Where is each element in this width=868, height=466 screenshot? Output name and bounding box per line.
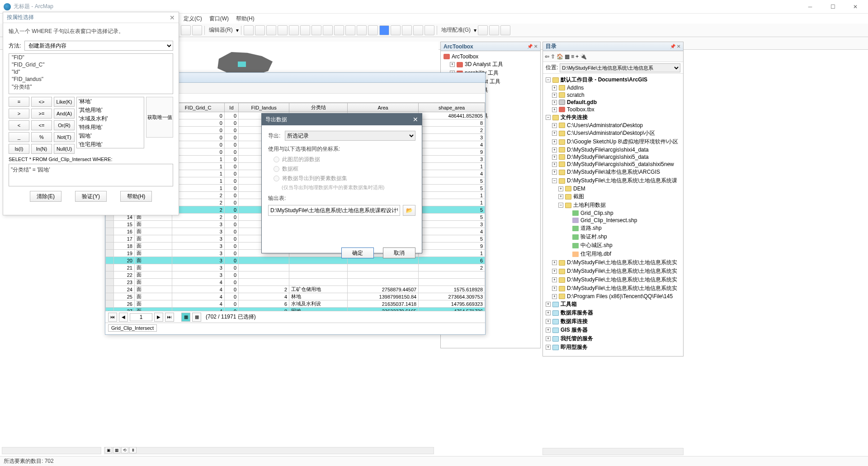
statusbar: 所选要素的数目: 702 xyxy=(0,456,868,466)
op-eq[interactable]: = xyxy=(9,97,29,107)
tool-button[interactable] xyxy=(244,25,254,35)
browse-button[interactable]: 📂 xyxy=(403,205,415,216)
minimize-button[interactable]: ─ xyxy=(801,1,819,12)
method-label: 方法: xyxy=(9,42,21,50)
cat-back[interactable]: ⇦ xyxy=(545,53,549,60)
values-listbox[interactable]: '林地''其他用地''水域及水利''特殊用地''园地''住宅用地' xyxy=(76,97,144,148)
view-pause[interactable]: ⏸ xyxy=(129,447,137,453)
close-icon[interactable]: ✕ xyxy=(170,14,175,21)
tool-button[interactable] xyxy=(266,25,276,35)
tool-button[interactable] xyxy=(379,25,389,35)
radio-frame xyxy=(274,166,279,172)
nav-first[interactable]: ⏮ xyxy=(108,313,117,322)
output-path-input[interactable] xyxy=(268,205,400,216)
cat-home[interactable]: 🏠 xyxy=(557,53,563,60)
nav-next[interactable]: ▶ xyxy=(154,313,163,322)
tool-button[interactable] xyxy=(192,25,202,35)
dialog-title: 按属性选择 xyxy=(7,14,34,21)
nav-sel[interactable]: ▦ xyxy=(192,313,201,322)
close-button[interactable]: ✕ xyxy=(846,1,864,12)
op-like[interactable]: Like(K) xyxy=(54,97,75,107)
nav-prev[interactable]: ◀ xyxy=(119,313,128,322)
cancel-button[interactable]: 取消 xyxy=(383,247,415,258)
op-ne[interactable]: <> xyxy=(31,97,52,107)
scrollbar[interactable] xyxy=(104,447,434,454)
method-select[interactable]: 创建新选择内容 xyxy=(24,41,173,51)
cat-tool[interactable]: ≡ xyxy=(571,53,574,60)
location-label: 位置: xyxy=(546,64,558,71)
scrollbar[interactable] xyxy=(2,447,101,454)
view-refresh[interactable]: ⟲ xyxy=(121,447,128,453)
verify-button[interactable]: 验证(Y) xyxy=(75,191,107,202)
tool-button[interactable] xyxy=(323,25,333,35)
nav-page-input[interactable] xyxy=(130,313,152,321)
export-label: 导出: xyxy=(268,132,280,140)
nav-last[interactable]: ⏭ xyxy=(165,313,174,322)
table-nav: ⏮ ◀ ▶ ⏭ ▦ ▦ (702 / 11971 已选择) xyxy=(105,311,485,323)
op-not[interactable]: Not(T) xyxy=(54,132,75,142)
output-label: 输出表: xyxy=(268,195,415,202)
op-pct[interactable]: % xyxy=(31,132,52,142)
pin-icon[interactable]: 📌 ✕ xyxy=(670,44,680,49)
tool-button[interactable] xyxy=(289,25,299,35)
pin-icon[interactable]: 📌 ✕ xyxy=(527,44,538,49)
op-le[interactable]: <= xyxy=(31,120,52,130)
tool-button[interactable] xyxy=(425,25,434,35)
maximize-button[interactable]: ☐ xyxy=(824,1,842,12)
menu-help[interactable]: 帮助(H) xyxy=(233,14,257,24)
view-mode-buttons: ▣ ▦ ⟲ ⏸ xyxy=(105,447,137,453)
cat-tool[interactable]: ⇧ xyxy=(551,53,555,60)
select-from-label: SELECT * FROM Grid_Clip_Intersect WHERE: xyxy=(9,157,173,162)
tool-button[interactable] xyxy=(345,25,355,35)
tool-button[interactable] xyxy=(500,25,510,35)
op-null[interactable]: Null(U) xyxy=(54,144,75,154)
georef-dropdown[interactable]: 地理配准(G) xyxy=(439,26,472,34)
op-lt[interactable]: < xyxy=(9,120,29,130)
op-and[interactable]: And(A) xyxy=(54,109,75,119)
menu-define[interactable]: 定义(C) xyxy=(181,14,205,24)
tool-button[interactable] xyxy=(300,25,310,35)
scrollbar[interactable] xyxy=(542,448,684,455)
tool-button[interactable] xyxy=(478,25,488,35)
op-is[interactable]: Is(I) xyxy=(9,144,29,154)
tool-button[interactable] xyxy=(402,25,412,35)
editor-dropdown[interactable]: 编辑器(R) xyxy=(207,26,235,34)
fields-listbox[interactable]: "FID""FID_Grid_C""Id""FID_landus""分类结" xyxy=(9,53,173,94)
menu-window[interactable]: 窗口(W) xyxy=(207,14,231,24)
tool-button[interactable] xyxy=(368,25,378,35)
get-unique-button[interactable]: 获取唯一值 xyxy=(146,97,173,138)
app-icon xyxy=(4,3,11,10)
tool-button[interactable] xyxy=(255,25,265,35)
tool-button[interactable] xyxy=(181,25,191,35)
export-select[interactable]: 所选记录 xyxy=(285,131,415,141)
tool-button[interactable] xyxy=(311,25,321,35)
help-button[interactable]: 帮助(H) xyxy=(120,191,152,202)
cat-tool[interactable]: + xyxy=(576,53,579,60)
app-title: 无标题 - ArcMap xyxy=(14,3,801,10)
table-tab[interactable]: Grid_Clip_Intersect xyxy=(108,324,157,332)
tool-button[interactable] xyxy=(357,25,367,35)
view-layout[interactable]: ▦ xyxy=(113,447,120,453)
clear-button[interactable]: 清除(E) xyxy=(30,191,61,202)
view-data[interactable]: ▣ xyxy=(105,447,112,453)
cat-tool[interactable]: 🔌 xyxy=(580,53,587,60)
op-or[interactable]: Or(R) xyxy=(54,120,75,130)
status-text: 所选要素的数目: 702 xyxy=(4,457,54,465)
op-underscore[interactable]: _ xyxy=(9,132,29,142)
query-textbox[interactable]: "分类结" = '园地' xyxy=(9,164,173,186)
ok-button[interactable]: 确定 xyxy=(341,247,374,258)
nav-all[interactable]: ▦ xyxy=(181,313,190,322)
tool-button[interactable] xyxy=(278,25,288,35)
op-ge[interactable]: >= xyxy=(31,109,52,119)
cat-tool[interactable]: ▦ xyxy=(565,53,570,60)
op-in[interactable]: In(N) xyxy=(31,144,52,154)
tool-button[interactable] xyxy=(334,25,344,35)
location-combo[interactable]: D:\MyStudyFile\土地信息系统\土地信息系 xyxy=(560,63,680,72)
op-gt[interactable]: > xyxy=(9,109,29,119)
catalog-pane: 目录📌 ✕ ⇦ ⇧ 🏠 ▦ ≡ + 🔌 位置: D:\MyStudyFile\土… xyxy=(542,42,684,357)
tool-button[interactable] xyxy=(391,25,401,35)
tool-button[interactable] xyxy=(489,25,499,35)
tool-button[interactable] xyxy=(413,25,423,35)
close-icon[interactable]: ✕ xyxy=(413,116,418,123)
catalog-tree[interactable]: −默认工作目录 - Documents\ArcGIS+AddIns+scratc… xyxy=(543,74,683,356)
